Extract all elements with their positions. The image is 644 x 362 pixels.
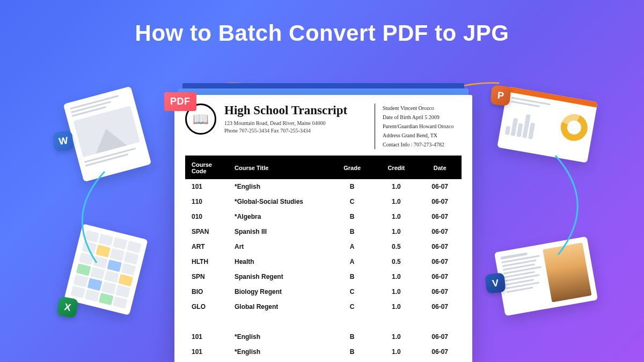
transcript-title: High School Transcript — [224, 104, 367, 117]
table-row: GLOGlobal RegentC1.006-07 — [185, 299, 462, 314]
table-row: SPANSpanish IIIB1.006-07 — [185, 224, 462, 239]
table-row: ARTArtA0.506-07 — [185, 239, 462, 254]
powerpoint-icon: P — [490, 85, 511, 106]
illustration-canvas: W X P — [0, 0, 644, 362]
table-row: BIOBiology RegentC1.006-07 — [185, 284, 462, 299]
transcript-phone: Phone 707-255-3434 Fax 707-255-3434 — [224, 128, 367, 134]
table-row: 101*EnglishB1.006-07 — [185, 344, 462, 359]
transcript-table: Course Code Course Title Grade Credit Da… — [185, 157, 462, 359]
pdf-document: 📖 High School Transcript 123 Mountain Ro… — [174, 83, 472, 362]
powerpoint-document-thumb — [497, 86, 597, 163]
word-document-thumb — [63, 86, 151, 182]
transcript-address: 123 Mountain Road, Dead River, Maine 040… — [224, 120, 367, 126]
student-info: Student Vincent Orozco Date of Birth Apr… — [375, 104, 462, 149]
word-icon: W — [53, 130, 75, 152]
table-row: 110*Global-Social StudiesC1.006-07 — [185, 194, 462, 209]
transcript-header: 📖 High School Transcript 123 Mountain Ro… — [185, 104, 462, 157]
table-row: 101*EnglishB1.006-07 — [185, 179, 462, 194]
visio-icon: V — [485, 272, 506, 294]
table-row: 010*AlgebraB1.006-07 — [185, 209, 462, 224]
excel-icon: X — [56, 296, 79, 319]
table-row: HLTHHealthA0.506-07 — [185, 254, 462, 269]
pdf-badge: PDF — [164, 92, 196, 111]
table-row: 101*EnglishB1.006-07 — [185, 329, 462, 344]
table-row: SPNSpanish RegentB1.006-07 — [185, 269, 462, 284]
visio-document-thumb — [494, 237, 598, 316]
